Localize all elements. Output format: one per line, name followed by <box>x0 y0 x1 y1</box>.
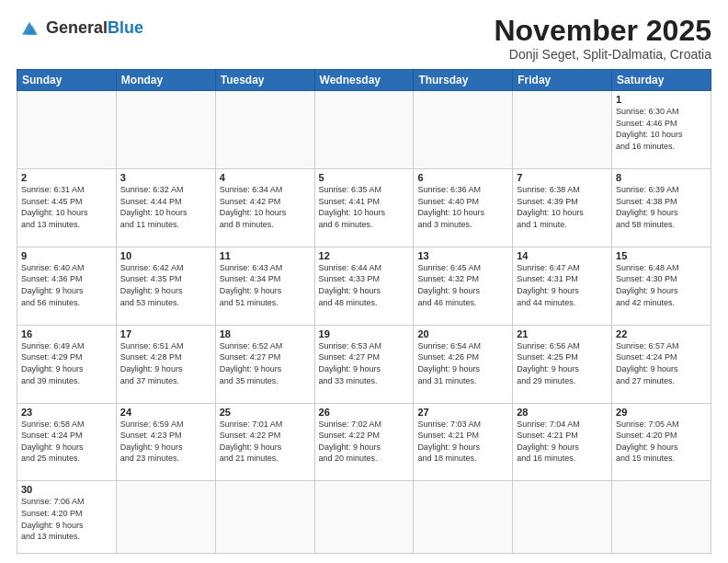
col-saturday: Saturday <box>612 70 711 91</box>
day-number: 26 <box>319 407 410 418</box>
table-row: 9Sunrise: 6:40 AM Sunset: 4:36 PM Daylig… <box>17 247 117 325</box>
table-row <box>17 91 117 169</box>
day-info: Sunrise: 6:31 AM Sunset: 4:45 PM Dayligh… <box>21 184 112 230</box>
day-info: Sunrise: 7:01 AM Sunset: 4:22 PM Dayligh… <box>220 419 311 465</box>
table-row <box>215 91 314 169</box>
day-number: 16 <box>21 328 112 339</box>
table-row <box>513 91 612 169</box>
day-info: Sunrise: 6:34 AM Sunset: 4:42 PM Dayligh… <box>220 184 311 230</box>
table-row: 3Sunrise: 6:32 AM Sunset: 4:44 PM Daylig… <box>116 169 215 247</box>
table-row: 27Sunrise: 7:03 AM Sunset: 4:21 PM Dayli… <box>414 403 513 481</box>
day-info: Sunrise: 6:42 AM Sunset: 4:35 PM Dayligh… <box>120 262 211 308</box>
table-row: 14Sunrise: 6:47 AM Sunset: 4:31 PM Dayli… <box>513 247 612 325</box>
table-row: 12Sunrise: 6:44 AM Sunset: 4:33 PM Dayli… <box>314 247 414 325</box>
month-title: November 2025 <box>494 15 711 47</box>
table-row <box>314 91 414 169</box>
day-info: Sunrise: 6:38 AM Sunset: 4:39 PM Dayligh… <box>517 184 608 230</box>
table-row: 17Sunrise: 6:51 AM Sunset: 4:28 PM Dayli… <box>116 325 215 403</box>
day-info: Sunrise: 6:56 AM Sunset: 4:25 PM Dayligh… <box>517 340 608 386</box>
generalblue-icon <box>17 15 42 40</box>
table-row: 11Sunrise: 6:43 AM Sunset: 4:34 PM Dayli… <box>215 247 314 325</box>
week-row-1: 1Sunrise: 6:30 AM Sunset: 4:46 PM Daylig… <box>17 91 711 169</box>
table-row: 15Sunrise: 6:48 AM Sunset: 4:30 PM Dayli… <box>612 247 711 325</box>
day-number: 21 <box>517 328 608 339</box>
table-row <box>116 91 215 169</box>
day-number: 7 <box>517 172 608 183</box>
table-row: 1Sunrise: 6:30 AM Sunset: 4:46 PM Daylig… <box>612 91 711 169</box>
day-info: Sunrise: 6:45 AM Sunset: 4:32 PM Dayligh… <box>417 262 508 308</box>
table-row: 30Sunrise: 7:06 AM Sunset: 4:20 PM Dayli… <box>17 481 117 554</box>
table-row: 28Sunrise: 7:04 AM Sunset: 4:21 PM Dayli… <box>513 403 612 481</box>
day-info: Sunrise: 6:59 AM Sunset: 4:23 PM Dayligh… <box>120 419 211 465</box>
table-row: 22Sunrise: 6:57 AM Sunset: 4:24 PM Dayli… <box>612 325 711 403</box>
week-row-3: 9Sunrise: 6:40 AM Sunset: 4:36 PM Daylig… <box>17 247 711 325</box>
table-row <box>414 91 513 169</box>
table-row: 21Sunrise: 6:56 AM Sunset: 4:25 PM Dayli… <box>513 325 612 403</box>
day-number: 2 <box>21 172 112 183</box>
table-row <box>414 481 513 554</box>
day-number: 12 <box>319 250 410 261</box>
page: GeneralBlue November 2025 Donji Seget, S… <box>0 0 728 563</box>
day-info: Sunrise: 7:06 AM Sunset: 4:20 PM Dayligh… <box>21 496 112 542</box>
day-number: 3 <box>120 172 211 183</box>
day-number: 30 <box>21 484 112 495</box>
day-number: 18 <box>220 328 311 339</box>
week-row-2: 2Sunrise: 6:31 AM Sunset: 4:45 PM Daylig… <box>17 169 711 247</box>
table-row: 8Sunrise: 6:39 AM Sunset: 4:38 PM Daylig… <box>612 169 711 247</box>
day-info: Sunrise: 6:30 AM Sunset: 4:46 PM Dayligh… <box>616 106 707 152</box>
title-block: November 2025 Donji Seget, Split-Dalmati… <box>494 15 711 62</box>
day-info: Sunrise: 6:47 AM Sunset: 4:31 PM Dayligh… <box>517 262 608 308</box>
day-number: 19 <box>319 328 410 339</box>
week-row-5: 23Sunrise: 6:58 AM Sunset: 4:24 PM Dayli… <box>17 403 711 481</box>
day-info: Sunrise: 7:03 AM Sunset: 4:21 PM Dayligh… <box>417 419 508 465</box>
day-info: Sunrise: 6:51 AM Sunset: 4:28 PM Dayligh… <box>120 340 211 386</box>
table-row <box>116 481 215 554</box>
day-info: Sunrise: 6:57 AM Sunset: 4:24 PM Dayligh… <box>616 340 707 386</box>
table-row: 16Sunrise: 6:49 AM Sunset: 4:29 PM Dayli… <box>17 325 117 403</box>
day-number: 4 <box>220 172 311 183</box>
table-row <box>612 481 711 554</box>
day-info: Sunrise: 6:52 AM Sunset: 4:27 PM Dayligh… <box>220 340 311 386</box>
col-friday: Friday <box>513 70 612 91</box>
day-number: 13 <box>417 250 508 261</box>
table-row: 25Sunrise: 7:01 AM Sunset: 4:22 PM Dayli… <box>215 403 314 481</box>
table-row: 6Sunrise: 6:36 AM Sunset: 4:40 PM Daylig… <box>414 169 513 247</box>
day-info: Sunrise: 6:44 AM Sunset: 4:33 PM Dayligh… <box>319 262 410 308</box>
day-number: 25 <box>220 407 311 418</box>
table-row: 4Sunrise: 6:34 AM Sunset: 4:42 PM Daylig… <box>215 169 314 247</box>
day-number: 24 <box>120 407 211 418</box>
table-row: 5Sunrise: 6:35 AM Sunset: 4:41 PM Daylig… <box>314 169 414 247</box>
calendar-header-row: Sunday Monday Tuesday Wednesday Thursday… <box>17 70 711 91</box>
week-row-6: 30Sunrise: 7:06 AM Sunset: 4:20 PM Dayli… <box>17 481 711 554</box>
day-number: 15 <box>616 250 707 261</box>
day-number: 10 <box>120 250 211 261</box>
day-number: 27 <box>417 407 508 418</box>
day-info: Sunrise: 7:04 AM Sunset: 4:21 PM Dayligh… <box>517 419 608 465</box>
day-info: Sunrise: 6:53 AM Sunset: 4:27 PM Dayligh… <box>319 340 410 386</box>
day-info: Sunrise: 6:43 AM Sunset: 4:34 PM Dayligh… <box>220 262 311 308</box>
day-number: 23 <box>21 407 112 418</box>
day-info: Sunrise: 7:02 AM Sunset: 4:22 PM Dayligh… <box>319 419 410 465</box>
day-info: Sunrise: 6:36 AM Sunset: 4:40 PM Dayligh… <box>417 184 508 230</box>
day-number: 5 <box>319 172 410 183</box>
day-info: Sunrise: 7:05 AM Sunset: 4:20 PM Dayligh… <box>616 419 707 465</box>
day-number: 22 <box>616 328 707 339</box>
table-row <box>314 481 414 554</box>
day-info: Sunrise: 6:49 AM Sunset: 4:29 PM Dayligh… <box>21 340 112 386</box>
table-row: 13Sunrise: 6:45 AM Sunset: 4:32 PM Dayli… <box>414 247 513 325</box>
day-info: Sunrise: 6:48 AM Sunset: 4:30 PM Dayligh… <box>616 262 707 308</box>
table-row: 24Sunrise: 6:59 AM Sunset: 4:23 PM Dayli… <box>116 403 215 481</box>
table-row: 10Sunrise: 6:42 AM Sunset: 4:35 PM Dayli… <box>116 247 215 325</box>
col-wednesday: Wednesday <box>314 70 414 91</box>
day-number: 20 <box>417 328 508 339</box>
day-number: 17 <box>120 328 211 339</box>
day-number: 29 <box>616 407 707 418</box>
table-row: 23Sunrise: 6:58 AM Sunset: 4:24 PM Dayli… <box>17 403 117 481</box>
col-sunday: Sunday <box>17 70 117 91</box>
day-number: 14 <box>517 250 608 261</box>
day-info: Sunrise: 6:40 AM Sunset: 4:36 PM Dayligh… <box>21 262 112 308</box>
day-number: 9 <box>21 250 112 261</box>
col-thursday: Thursday <box>414 70 513 91</box>
day-number: 1 <box>616 94 707 105</box>
logo-text: GeneralBlue <box>46 18 143 38</box>
